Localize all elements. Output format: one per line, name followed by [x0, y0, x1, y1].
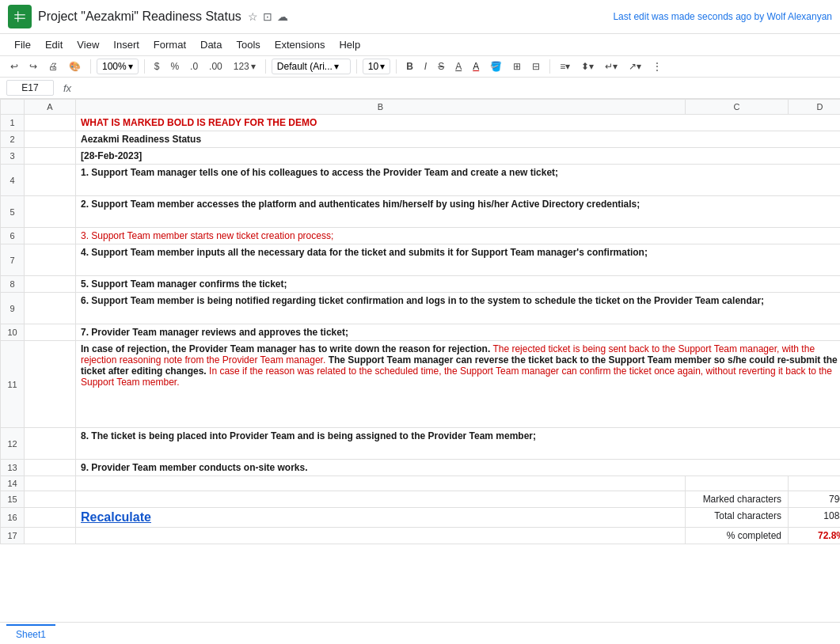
folder-icon[interactable]: ⊡ [263, 10, 272, 23]
app-icon [8, 5, 32, 28]
row-num-15: 15 [1, 491, 25, 508]
cell-a8[interactable] [25, 276, 76, 293]
cell-c14[interactable] [686, 476, 789, 491]
cell-b2[interactable]: Aezakmi Readiness Status [76, 131, 841, 148]
percent-button[interactable]: % [166, 59, 183, 74]
cell-b17[interactable] [76, 528, 686, 544]
col-header-a[interactable]: A [25, 100, 76, 115]
cell-b8[interactable]: 5. Support Team manager confirms the tic… [76, 276, 841, 293]
cell-b3[interactable]: [28-Feb-2023] [76, 148, 841, 165]
cell-d14[interactable] [789, 476, 841, 491]
rotate-button[interactable]: ↗▾ [625, 59, 645, 74]
cell-b14[interactable] [76, 476, 686, 491]
row-num-12: 12 [1, 428, 25, 460]
undo-button[interactable]: ↩ [6, 59, 22, 74]
cell-b10[interactable]: 7. Provider Team manager reviews and app… [76, 324, 841, 341]
cell-a14[interactable] [25, 476, 76, 491]
table-row: 9 6. Support Team member is being notifi… [1, 293, 841, 324]
underline-button[interactable]: A [451, 59, 466, 74]
cloud-icon[interactable]: ☁ [277, 10, 288, 23]
zoom-control[interactable]: 100% ▾ [97, 59, 139, 74]
col-header-c[interactable]: C [686, 100, 789, 115]
menu-extensions[interactable]: Extensions [268, 36, 332, 54]
recalculate-link[interactable]: Recalculate [81, 510, 151, 524]
cell-a3[interactable] [25, 148, 76, 165]
cell-a2[interactable] [25, 131, 76, 148]
align-button[interactable]: ≡▾ [556, 59, 574, 74]
cell-b1[interactable]: WHAT IS MARKED BOLD IS READY FOR THE DEM… [76, 115, 841, 131]
cell-c17[interactable]: % completed [686, 528, 789, 544]
cell-b13[interactable]: 9. Provider Team member conducts on-site… [76, 460, 841, 476]
menu-edit[interactable]: Edit [39, 36, 69, 54]
cell-b11[interactable]: In case of rejection, the Provider Team … [76, 341, 841, 428]
cell-d17[interactable]: 72.8% [789, 528, 841, 544]
menu-data[interactable]: Data [194, 36, 228, 54]
wrap-button[interactable]: ↵▾ [601, 59, 621, 74]
cell-c15[interactable]: Marked characters [686, 491, 789, 508]
row-num-4: 4 [1, 165, 25, 196]
table-row: 11 In case of rejection, the Provider Te… [1, 341, 841, 428]
cell-d15[interactable]: 790 [789, 491, 841, 508]
cell-b1-content: WHAT IS MARKED BOLD IS READY FOR THE DEM… [81, 117, 317, 128]
decimal0-button[interactable]: .0 [186, 59, 202, 74]
strikethrough-button[interactable]: S [434, 59, 448, 74]
format123-button[interactable]: 123 ▾ [230, 59, 260, 74]
list-num-8: 5. [81, 278, 91, 290]
cell-b4[interactable]: 1. Support Team manager tells one of his… [76, 165, 841, 196]
more-options[interactable]: ⋮ [648, 59, 666, 74]
menu-format[interactable]: Format [147, 36, 192, 54]
cell-a6[interactable] [25, 228, 76, 244]
cell-a13[interactable] [25, 460, 76, 476]
cell-c16[interactable]: Total characters [686, 508, 789, 528]
col-header-b[interactable]: B [76, 100, 686, 115]
font-size-control[interactable]: 10 ▾ [363, 59, 390, 74]
menu-tools[interactable]: Tools [230, 36, 266, 54]
cell-reference[interactable]: E17 [6, 80, 54, 96]
col-header-d[interactable]: D [789, 100, 841, 115]
cell-a10[interactable] [25, 324, 76, 341]
list-num-4: 1. [81, 167, 91, 178]
cell-a7[interactable] [25, 244, 76, 276]
text-color-button[interactable]: A [469, 59, 483, 74]
cell-b9[interactable]: 6. Support Team member is being notified… [76, 293, 841, 324]
cell-a4[interactable] [25, 165, 76, 196]
cell-d16[interactable]: 1085 [789, 508, 841, 528]
table-row: 15 Marked characters 790 [1, 491, 841, 508]
valign-button[interactable]: ⬍▾ [577, 59, 598, 74]
font-selector[interactable]: Default (Ari... ▾ [272, 59, 351, 74]
merge-button[interactable]: ⊟ [528, 59, 544, 74]
cell-b7[interactable]: 4. Support Team member inputs all the ne… [76, 244, 841, 276]
currency-button[interactable]: $ [150, 59, 164, 74]
star-icon[interactable]: ☆ [248, 10, 258, 23]
table-row: 16 Recalculate Total characters 1085 [1, 508, 841, 528]
cell-b5[interactable]: 2. Support Team member accesses the plat… [76, 196, 841, 228]
menu-help[interactable]: Help [333, 36, 367, 54]
decimal00-button[interactable]: .00 [205, 59, 226, 74]
cell-b6[interactable]: 3. Support Team member starts new ticket… [76, 228, 841, 244]
table-row: 6 3. Support Team member starts new tick… [1, 228, 841, 244]
bold-button[interactable]: B [402, 59, 417, 74]
redo-button[interactable]: ↪ [25, 59, 41, 74]
cell-a12[interactable] [25, 428, 76, 460]
cell-b15[interactable] [76, 491, 686, 508]
menu-insert[interactable]: Insert [107, 36, 146, 54]
formula-input[interactable] [81, 82, 834, 93]
italic-button[interactable]: I [420, 59, 431, 74]
fill-color-button[interactable]: 🪣 [486, 59, 506, 74]
cell-b12[interactable]: 8. The ticket is being placed into Provi… [76, 428, 841, 460]
separator-1 [90, 59, 91, 74]
cell-a9[interactable] [25, 293, 76, 324]
menu-file[interactable]: File [8, 36, 37, 54]
borders-button[interactable]: ⊞ [509, 59, 525, 74]
cell-b16[interactable]: Recalculate [76, 508, 686, 528]
paint-format-button[interactable]: 🎨 [65, 59, 85, 74]
cell-a5[interactable] [25, 196, 76, 228]
cell-a11[interactable] [25, 341, 76, 428]
cell-a1[interactable] [25, 115, 76, 131]
cell-a16[interactable] [25, 508, 76, 528]
print-button[interactable]: 🖨 [44, 59, 62, 74]
cell-a15[interactable] [25, 491, 76, 508]
menu-view[interactable]: View [70, 36, 105, 54]
list-num-9: 6. [81, 295, 91, 306]
cell-a17[interactable] [25, 528, 76, 544]
